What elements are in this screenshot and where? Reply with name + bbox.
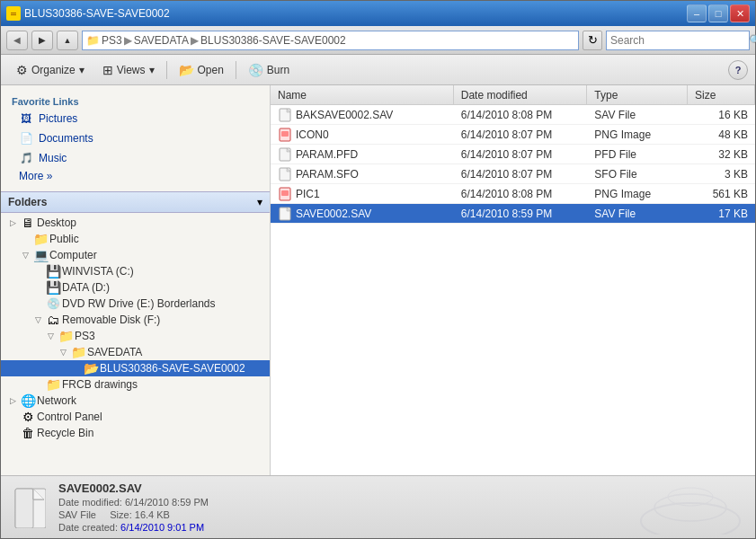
window-controls: – □ ✕ (687, 4, 750, 22)
search-input[interactable] (610, 34, 745, 47)
expand-icon[interactable]: ▽ (31, 314, 44, 326)
col-header-type[interactable]: Type (587, 85, 688, 104)
favorite-links-title: Favorite Links (1, 93, 270, 109)
tree-item-drive-f[interactable]: ▽ 🗂 Removable Disk (F:) (1, 312, 270, 328)
file-list-body: BAKSAVE0002.SAV 6/14/2010 8:08 PM SAV Fi… (271, 105, 755, 475)
file-name: ICON0 (271, 128, 454, 142)
expand-icon[interactable]: ▷ (6, 394, 19, 407)
documents-label: Documents (39, 132, 93, 145)
expand-icon[interactable]: ▽ (19, 249, 31, 261)
tree-item-savedata[interactable]: ▽ 📁 SAVEDATA (1, 344, 270, 360)
file-row[interactable]: ICON0 6/14/2010 8:07 PM PNG Image 48 KB (271, 125, 755, 145)
open-button[interactable]: 📂 Open (171, 58, 232, 82)
tree-label-drive-d: DATA (D:) (62, 281, 110, 294)
tree-label-computer: Computer (49, 249, 97, 261)
sidebar-item-music[interactable]: 🎵 Music (1, 148, 270, 168)
sidebar-item-pictures[interactable]: 🖼 Pictures (1, 109, 270, 128)
file-row[interactable]: SAVE0002.SAV 6/14/2010 8:59 PM SAV File … (271, 204, 755, 224)
tree-item-control-panel[interactable]: ⚙ Control Panel (1, 409, 270, 425)
tree-item-computer[interactable]: ▽ 💻 Computer (1, 247, 270, 263)
path-sep-1: ▶ (124, 34, 132, 47)
toolbar: ⚙ Organize ▾ ⊞ Views ▾ 📂 Open 💿 Burn ? (1, 55, 755, 85)
date-modified-label: Date modified: (58, 497, 122, 508)
refresh-button[interactable]: ↻ (583, 31, 602, 50)
address-box[interactable]: 📁 PS3 ▶ SAVEDATA ▶ BLUS30386-SAVE-SAVE00… (82, 31, 579, 50)
tree-label-control-panel: Control Panel (37, 411, 102, 423)
tree-item-desktop[interactable]: ▷ 🖥 Desktop (1, 215, 270, 231)
date-created-value: 6/14/2010 9:01 PM (120, 522, 204, 533)
favorite-links-section: Favorite Links 🖼 Pictures 📄 Documents 🎵 … (1, 85, 270, 191)
file-date: 6/14/2010 8:07 PM (454, 128, 588, 141)
forward-button[interactable]: ▶ (31, 31, 53, 50)
blus-folder-icon: 📂 (84, 361, 98, 376)
statusbar: SAVE0002.SAV Date modified: 6/14/2010 8:… (1, 475, 755, 538)
expand-icon[interactable]: ▷ (6, 216, 19, 229)
file-type-icon (278, 207, 292, 221)
expand-icon[interactable] (31, 378, 44, 391)
file-name: BAKSAVE0002.SAV (271, 108, 454, 122)
file-type: PNG Image (587, 128, 688, 141)
file-type: PFD File (587, 148, 688, 161)
status-date-created: Date created: 6/14/2010 9:01 PM (58, 522, 209, 533)
file-list-header: Name Date modified Type Size (271, 85, 755, 105)
file-row[interactable]: BAKSAVE0002.SAV 6/14/2010 8:08 PM SAV Fi… (271, 105, 755, 125)
views-button[interactable]: ⊞ Views ▾ (94, 58, 163, 82)
file-date: 6/14/2010 8:07 PM (454, 168, 588, 181)
folder-tree[interactable]: ▷ 🖥 Desktop 📁 Public ▽ 💻 Computer (1, 213, 270, 475)
tree-item-drive-d[interactable]: 💾 DATA (D:) (1, 279, 270, 296)
file-row[interactable]: PARAM.PFD 6/14/2010 8:07 PM PFD File 32 … (271, 145, 755, 164)
expand-icon[interactable] (31, 265, 44, 278)
sidebar: Favorite Links 🖼 Pictures 📄 Documents 🎵 … (1, 85, 271, 475)
help-button[interactable]: ? (728, 60, 748, 80)
svg-rect-12 (15, 489, 33, 528)
minimize-button[interactable]: – (687, 4, 707, 22)
tree-label-blus30386: BLUS30386-SAVE-SAVE0002 (100, 362, 245, 375)
tree-item-frcb[interactable]: 📁 FRCB drawings (1, 376, 270, 393)
tree-label-frcb: FRCB drawings (62, 378, 138, 391)
close-button[interactable]: ✕ (730, 4, 750, 22)
col-header-name[interactable]: Name (271, 85, 454, 104)
more-link[interactable]: More » (1, 168, 270, 184)
tree-label-savedata: SAVEDATA (87, 346, 142, 358)
file-type: PNG Image (587, 188, 688, 200)
col-name-label: Name (278, 89, 307, 102)
col-header-date[interactable]: Date modified (454, 85, 588, 104)
back-button[interactable]: ◀ (6, 31, 28, 50)
expand-icon[interactable] (19, 233, 31, 245)
tree-item-network[interactable]: ▷ 🌐 Network (1, 393, 270, 409)
search-box[interactable]: 🔍 (606, 31, 750, 50)
file-row[interactable]: PIC1 6/14/2010 8:08 PM PNG Image 561 KB (271, 184, 755, 204)
expand-icon[interactable] (31, 281, 44, 294)
expand-icon[interactable] (6, 427, 19, 439)
file-row[interactable]: PARAM.SFO 6/14/2010 8:07 PM SFO File 3 K… (271, 164, 755, 184)
tree-label-public: Public (49, 233, 79, 245)
sidebar-item-documents[interactable]: 📄 Documents (1, 128, 270, 148)
tree-item-drive-e[interactable]: 💿 DVD RW Drive (E:) Borderlands (1, 296, 270, 312)
file-size: 561 KB (688, 188, 755, 200)
pictures-icon: 🖼 (19, 111, 33, 126)
folders-toggle-icon: ▾ (257, 196, 262, 208)
tree-item-blus30386[interactable]: 📂 BLUS30386-SAVE-SAVE0002 (1, 360, 270, 376)
file-list: Name Date modified Type Size BAKSAVE0002… (271, 85, 755, 475)
dvd-icon: 💿 (46, 296, 60, 311)
col-size-label: Size (695, 89, 716, 102)
open-label: Open (198, 64, 224, 76)
organize-button[interactable]: ⚙ Organize ▾ (8, 58, 93, 82)
tree-item-recycle-bin[interactable]: 🗑 Recycle Bin (1, 425, 270, 441)
col-header-size[interactable]: Size (688, 85, 755, 104)
expand-icon[interactable] (6, 411, 19, 423)
expand-icon[interactable]: ▽ (57, 346, 69, 358)
expand-icon[interactable] (31, 297, 44, 310)
file-type-icon (278, 187, 292, 201)
tree-item-public[interactable]: 📁 Public (1, 231, 270, 247)
expand-icon[interactable] (69, 362, 82, 375)
maximize-button[interactable]: □ (708, 4, 728, 22)
tree-item-ps3[interactable]: ▽ 📁 PS3 (1, 328, 270, 344)
up-button[interactable]: ▲ (57, 31, 78, 50)
tree-item-drive-c[interactable]: 💾 WINVISTA (C:) (1, 263, 270, 279)
burn-button[interactable]: 💿 Burn (240, 58, 298, 82)
tree-label-network: Network (37, 394, 76, 407)
expand-icon[interactable]: ▽ (44, 330, 57, 342)
ps3-folder-icon: 📁 (58, 329, 73, 343)
folders-header[interactable]: Folders ▾ (1, 191, 270, 213)
